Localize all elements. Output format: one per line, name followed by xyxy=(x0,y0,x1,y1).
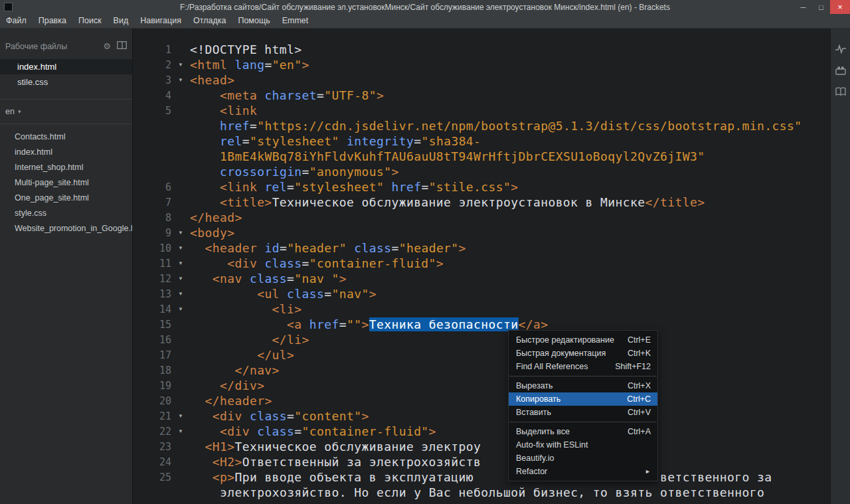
menubar-item-5[interactable]: Навигация xyxy=(134,14,187,28)
code-token: = xyxy=(287,180,294,194)
project-dropdown[interactable]: en ▾ xyxy=(0,100,132,124)
code-line[interactable]: crossorigin="anonymous"> xyxy=(133,164,830,179)
menubar-item-8[interactable]: Emmet xyxy=(276,14,315,28)
project-file-item[interactable]: Website_promotion_in_Google.html xyxy=(0,221,132,236)
code-token xyxy=(190,180,220,194)
code-line[interactable]: 5 <link xyxy=(133,103,830,118)
code-line[interactable]: 11▼ <div class="container-fluid"> xyxy=(133,256,830,271)
menubar-item-7[interactable]: Помощь xyxy=(232,14,276,28)
fold-arrow-icon[interactable]: ▼ xyxy=(171,62,190,68)
fold-arrow-icon[interactable]: ▼ xyxy=(171,245,190,251)
code-line[interactable]: 4 <meta charset="UTF-8"> xyxy=(133,88,830,103)
context-menu-item[interactable]: ВырезатьCtrl+X xyxy=(509,379,657,392)
code-token: > xyxy=(377,88,384,102)
live-preview-icon[interactable] xyxy=(835,43,847,55)
code-line[interactable]: 18 </nav> xyxy=(133,363,830,378)
line-number: 2 xyxy=(133,59,171,71)
project-name: en xyxy=(5,107,15,116)
gear-icon[interactable]: ⚙ xyxy=(103,42,111,50)
code-line[interactable]: 23 <H1>Техническое обслуживание электроу xyxy=(133,439,830,454)
gutter: 17 xyxy=(133,347,190,363)
code-line[interactable]: 14▼ <li> xyxy=(133,301,830,317)
code-line[interactable]: 12▼ <nav class="nav "> xyxy=(133,271,830,286)
code-line[interactable]: 10▼ <header id="header" class="header"> xyxy=(133,240,830,256)
gutter: 1 xyxy=(133,42,190,57)
code-line[interactable]: 17 </ul> xyxy=(133,347,830,363)
minimize-button[interactable]: ─ xyxy=(794,0,812,14)
code-token: "content" xyxy=(294,409,361,423)
code-text: <ul class="nav"> xyxy=(190,286,377,301)
code-line[interactable]: 6 <link rel="stylesheet" href="stile.css… xyxy=(133,179,830,195)
menubar-item-4[interactable]: Вид xyxy=(108,14,135,28)
maximize-button[interactable]: □ xyxy=(812,0,830,14)
code-line[interactable]: 24 <H2>Ответственный за электрохозяйств xyxy=(133,454,830,469)
fold-arrow-icon[interactable]: ▼ xyxy=(171,306,190,312)
project-file-item[interactable]: style.css xyxy=(0,206,132,221)
code-line[interactable]: 3▼<head> xyxy=(133,72,830,88)
code-text: <H1>Техническое обслуживание электроу xyxy=(190,439,481,454)
project-file-item[interactable]: One_page_site.html xyxy=(0,191,132,206)
code-line[interactable]: 20 </header> xyxy=(133,393,830,408)
code-editor[interactable]: 1<!DOCTYPE html>2▼<html lang="en">3▼<hea… xyxy=(133,29,830,504)
code-line[interactable]: 2▼<html lang="en"> xyxy=(133,57,830,72)
code-line[interactable]: 13▼ <ul class="nav"> xyxy=(133,286,830,301)
split-view-icon[interactable] xyxy=(117,41,127,51)
code-line[interactable]: 22▼ <div class="container-fluid"> xyxy=(133,424,830,439)
project-file-item[interactable]: Multi-page_site.html xyxy=(0,175,132,191)
code-line[interactable]: href="https://cdn.jsdelivr.net/npm/boots… xyxy=(133,118,830,133)
code-token: <!DOCTYPE html> xyxy=(190,42,302,56)
code-line[interactable]: 1BmE4kWBq78iYhFldvKuhfTAU6auU8tT94WrHftj… xyxy=(133,149,830,164)
book-icon[interactable] xyxy=(835,86,847,98)
code-token: href xyxy=(302,317,339,331)
working-file-item[interactable]: stile.css xyxy=(0,74,132,90)
line-number: 14 xyxy=(133,303,171,315)
line-number: 8 xyxy=(133,212,171,224)
context-menu-item[interactable]: КопироватьCtrl+C xyxy=(509,392,657,406)
line-number: 11 xyxy=(133,258,171,270)
fold-arrow-icon[interactable]: ▼ xyxy=(171,413,190,419)
fold-arrow-icon[interactable]: ▼ xyxy=(171,428,190,434)
fold-arrow-icon[interactable]: ▼ xyxy=(171,230,190,236)
extension-manager-icon[interactable] xyxy=(835,64,847,76)
code-line[interactable]: 19 </div> xyxy=(133,378,830,393)
context-menu-item[interactable]: Beautify.io xyxy=(509,452,657,465)
context-menu-item[interactable]: Быстрая документацияCtrl+K xyxy=(509,347,657,360)
code-line[interactable]: 16 </li> xyxy=(133,332,830,347)
close-button[interactable]: × xyxy=(830,0,850,14)
code-token: <header xyxy=(205,241,257,255)
context-menu-item[interactable]: ВставитьCtrl+V xyxy=(509,406,657,419)
working-file-item[interactable]: index.html xyxy=(0,59,132,74)
code-token xyxy=(190,394,205,408)
menubar-item-2[interactable]: Правка xyxy=(33,14,72,28)
context-menu-item[interactable]: Быстрое редактированиеCtrl+E xyxy=(509,333,657,347)
code-line[interactable]: 9▼<body> xyxy=(133,225,830,240)
project-file-item[interactable]: index.html xyxy=(0,145,132,160)
menubar-item-1[interactable]: Файл xyxy=(0,14,33,28)
fold-arrow-icon[interactable]: ▼ xyxy=(171,291,190,297)
project-file-item[interactable]: Internet_shop.html xyxy=(0,160,132,175)
code-token: crossorigin xyxy=(220,165,302,179)
project-file-item[interactable]: Contacts.html xyxy=(0,129,132,145)
menubar-item-3[interactable]: Поиск xyxy=(72,14,108,28)
context-menu-item[interactable]: Выделить всеCtrl+A xyxy=(509,425,657,438)
code-line[interactable]: 1<!DOCTYPE html> xyxy=(133,42,830,57)
code-token: > xyxy=(302,58,309,72)
code-line[interactable]: rel="stylesheet" integrity="sha384- xyxy=(133,133,830,149)
menubar-item-6[interactable]: Отладка xyxy=(187,14,232,28)
context-menu-item[interactable]: Auto-fix with ESLint xyxy=(509,438,657,452)
fold-arrow-icon[interactable]: ▼ xyxy=(171,260,190,266)
fold-arrow-icon[interactable]: ▼ xyxy=(171,276,190,282)
code-line[interactable]: 8</head> xyxy=(133,210,830,225)
code-line[interactable]: 21▼ <div class="content"> xyxy=(133,408,830,424)
context-menu-item[interactable]: Find All ReferencesShift+F12 xyxy=(509,360,657,373)
code-token: = xyxy=(414,134,421,148)
fold-arrow-icon[interactable]: ▼ xyxy=(171,77,190,83)
context-menu-item[interactable]: Refactor► xyxy=(509,465,657,478)
code-line[interactable]: 15 <a href="">Техника безопасности</a> xyxy=(133,317,830,332)
code-line[interactable]: 25 <p>При вводе объекта в эксплуатацию в… xyxy=(133,469,830,485)
code-token: class xyxy=(250,424,294,438)
code-text: <a href="">Техника безопасности</a> xyxy=(190,317,548,332)
code-line[interactable]: 7 <title>Техническое обслуживание электр… xyxy=(133,195,830,210)
code-line[interactable]: электрохозяйство. Но если у Вас небольшо… xyxy=(133,485,830,500)
code-token: = xyxy=(264,58,272,72)
